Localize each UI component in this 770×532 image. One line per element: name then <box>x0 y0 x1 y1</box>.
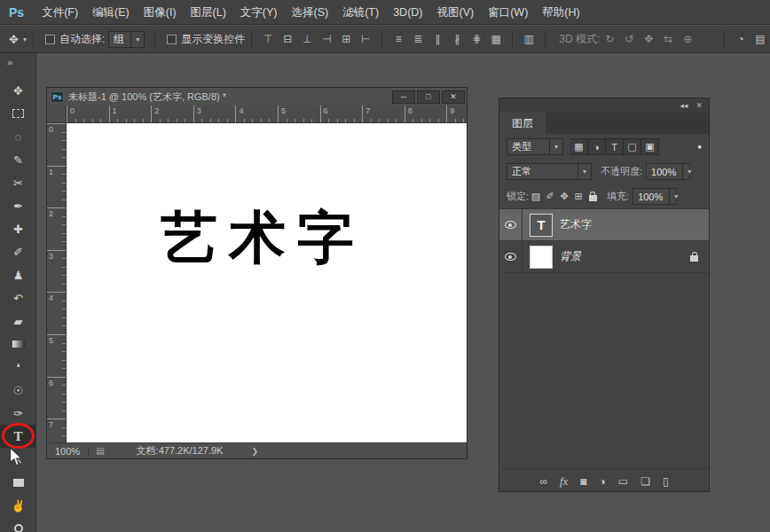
filter-type-layers-icon[interactable]: T <box>606 138 624 155</box>
quick-selection-tool[interactable]: ✎ <box>0 148 36 171</box>
pen-tool[interactable]: ✑ <box>0 402 36 425</box>
menu-item[interactable]: 3D(D) <box>386 0 429 25</box>
new-group-icon[interactable]: ▭ <box>618 476 628 487</box>
filter-shape-layers-icon[interactable]: ▢ <box>624 138 641 155</box>
new-adjustment-layer-icon[interactable]: ◑ <box>600 476 606 487</box>
align-right-edges-icon[interactable]: ⊢ <box>356 30 375 48</box>
minimize-button[interactable]: ─ <box>392 90 415 104</box>
canvas[interactable]: 艺术字 <box>67 123 467 442</box>
tool-preset-caret-icon[interactable]: ▾ <box>23 35 27 43</box>
lock-position-icon[interactable]: ✥ <box>557 191 571 202</box>
filter-adjustment-layers-icon[interactable]: ◑ <box>588 138 606 155</box>
3d-slide-icon[interactable]: ⇆ <box>658 30 678 48</box>
zoom-tool[interactable] <box>0 517 36 532</box>
menu-item[interactable]: 图像(I) <box>137 0 184 25</box>
marquee-tool[interactable] <box>0 102 36 125</box>
blend-mode-value: 正常 <box>512 165 531 178</box>
link-layers-icon[interactable]: ∞ <box>539 476 547 487</box>
horizontal-ruler[interactable]: 0 1 2 3 4 5 6 7 8 9 <box>67 106 467 123</box>
collapse-panel-icon[interactable]: ◂◂ <box>680 101 688 110</box>
crop-tool[interactable]: ✂ <box>0 171 36 194</box>
3d-orbit-camera-icon[interactable]: ◔ <box>731 30 750 48</box>
delete-layer-icon[interactable]: ▯ <box>663 476 669 487</box>
toolbar-collapse-button[interactable]: » <box>0 53 35 71</box>
document-titlebar[interactable]: Ps 未标题-1 @ 100% (艺术字, RGB/8) * ─ □ ✕ <box>47 88 467 106</box>
align-bottom-edges-icon[interactable]: ⊥ <box>297 30 317 48</box>
filter-type-select[interactable]: 类型 ▾ <box>507 138 563 155</box>
filter-toggle-icon[interactable]: ● <box>697 143 702 151</box>
align-horizontal-centers-icon[interactable]: ⊞ <box>336 30 356 48</box>
workspace-switcher-icon[interactable]: ▤ <box>750 30 770 48</box>
hand-tool[interactable]: ✌ <box>0 494 36 517</box>
healing-brush-tool[interactable]: ✚ <box>0 217 36 240</box>
maximize-button[interactable]: □ <box>417 90 440 104</box>
menu-item[interactable]: 图层(L) <box>184 0 233 25</box>
distribute-right-edges-icon[interactable]: ▦ <box>486 30 506 48</box>
move-tool-icon[interactable]: ✥ <box>7 33 20 46</box>
3d-pan-icon[interactable]: ✥ <box>639 30 658 48</box>
distribute-top-edges-icon[interactable]: ≡ <box>389 30 408 48</box>
layer-row-background[interactable]: 背景 <box>499 241 709 273</box>
close-button[interactable]: ✕ <box>442 90 465 104</box>
auto-select-target-select[interactable]: 组 ▾ <box>108 31 145 48</box>
menu-item[interactable]: 帮助(H) <box>535 0 586 25</box>
auto-select-checkbox[interactable] <box>45 35 55 44</box>
align-top-edges-icon[interactable]: ⊤ <box>258 30 278 48</box>
layer-thumbnail-background[interactable] <box>530 246 553 269</box>
blur-tool[interactable]: ❛ <box>0 356 36 379</box>
distribute-left-edges-icon[interactable]: ∦ <box>447 30 467 48</box>
menu-item[interactable]: 编辑(E) <box>85 0 137 25</box>
filter-smart-objects-icon[interactable]: ▣ <box>641 138 659 155</box>
add-layer-mask-icon[interactable]: ◙ <box>580 476 586 487</box>
menu-item[interactable]: 选择(S) <box>285 0 336 25</box>
lock-transparent-pixels-icon[interactable]: ▨ <box>529 191 543 202</box>
visibility-toggle[interactable] <box>499 241 522 272</box>
lock-artboard-icon[interactable]: ⊞ <box>571 191 585 202</box>
eyedropper-tool[interactable]: ✒ <box>0 194 36 217</box>
tool-icon: ✒ <box>13 200 23 212</box>
fill-select[interactable]: 100% ▾ <box>632 188 677 205</box>
menu-item[interactable]: 窗口(W) <box>481 0 535 25</box>
align-vertical-centers-icon[interactable]: ⊟ <box>278 30 297 48</box>
3d-roll-icon[interactable]: ↺ <box>619 30 639 48</box>
menu-item[interactable]: 文字(Y) <box>233 0 285 25</box>
brush-tool[interactable]: ✐ <box>0 240 36 263</box>
lock-image-pixels-icon[interactable]: ✐ <box>543 191 557 202</box>
menu-item[interactable]: 视图(V) <box>430 0 482 25</box>
zoom-level-field[interactable]: 100% <box>47 446 89 457</box>
3d-scale-icon[interactable]: ⊕ <box>678 30 697 48</box>
visibility-toggle[interactable] <box>499 209 522 240</box>
close-panel-icon[interactable]: ✕ <box>695 101 703 110</box>
rectangle-tool[interactable] <box>0 471 36 494</box>
3d-rotate-icon[interactable]: ↻ <box>600 30 619 48</box>
opacity-select[interactable]: 100% ▾ <box>646 163 690 180</box>
ruler-origin[interactable] <box>47 106 67 123</box>
layer-thumbnail-type[interactable]: T <box>530 214 553 237</box>
vertical-ruler[interactable]: 0 1 2 3 4 5 6 7 <box>47 123 67 442</box>
dodge-tool[interactable]: ☉ <box>0 379 36 402</box>
history-brush-tool[interactable]: ↶ <box>0 286 36 309</box>
auto-align-icon[interactable]: ▥ <box>519 30 538 48</box>
type-tool[interactable]: T <box>0 425 36 448</box>
layer-styles-icon[interactable]: fx <box>560 475 568 487</box>
menu-item[interactable]: 文件(F) <box>35 0 85 25</box>
distribute-horizontal-centers-icon[interactable]: ⋕ <box>467 30 486 48</box>
filter-pixel-layers-icon[interactable]: ▦ <box>570 138 588 155</box>
lasso-tool[interactable]: ◌ <box>0 125 36 148</box>
blend-mode-select[interactable]: 正常 ▾ <box>507 163 592 180</box>
lock-all-icon[interactable] <box>585 192 600 201</box>
distribute-vertical-centers-icon[interactable]: ≣ <box>408 30 428 48</box>
show-transform-checkbox[interactable] <box>167 35 177 44</box>
distribute-bottom-edges-icon[interactable]: ∥ <box>428 30 447 48</box>
eraser-tool[interactable]: ▰ <box>0 309 36 332</box>
clone-stamp-tool[interactable]: ♟ <box>0 263 36 286</box>
align-left-edges-icon[interactable]: ⊣ <box>317 30 336 48</box>
gradient-tool[interactable] <box>0 332 36 356</box>
new-layer-icon[interactable]: ❏ <box>640 476 650 487</box>
ruler-number: 3 <box>193 106 236 123</box>
move-tool[interactable]: ✥ <box>0 79 36 102</box>
layer-row-artistic-text[interactable]: T 艺术字 <box>499 209 709 241</box>
tab-layers[interactable]: 图层 <box>499 113 546 134</box>
menu-item[interactable]: 滤镜(T) <box>335 0 386 25</box>
status-chevron-icon[interactable]: ❯ <box>251 447 258 456</box>
